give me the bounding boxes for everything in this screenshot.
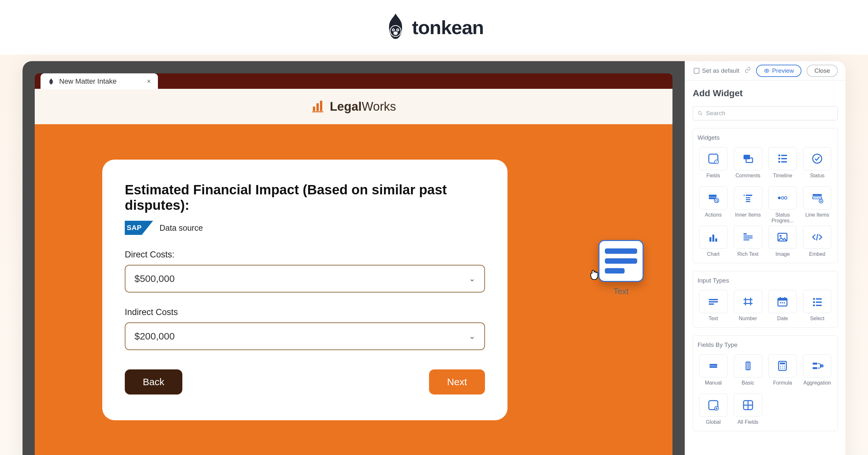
section-fields-by-type: Fields By Type MANUALManual Basic Formul…: [693, 335, 838, 431]
field-formula[interactable]: [768, 354, 797, 377]
svg-rect-60: [709, 301, 718, 302]
svg-rect-74: [816, 305, 822, 306]
svg-rect-63: [778, 298, 787, 301]
set-default-checkbox[interactable]: Set as default: [694, 67, 739, 74]
indirect-costs-select[interactable]: $200,000 ⌄: [125, 323, 485, 350]
field-aggregation[interactable]: [803, 354, 831, 377]
search-icon: [698, 111, 703, 116]
svg-point-37: [744, 195, 745, 196]
svg-rect-10: [316, 103, 319, 111]
link-icon[interactable]: [744, 67, 751, 74]
widget-inner-items[interactable]: [734, 186, 762, 210]
eye-icon: [764, 68, 770, 74]
tab-new-matter-intake[interactable]: New Matter Intake ×: [40, 73, 158, 89]
svg-point-82: [782, 366, 783, 367]
svg-rect-88: [813, 367, 817, 369]
input-number[interactable]: [734, 290, 762, 313]
svg-rect-80: [780, 363, 785, 364]
search-input[interactable]: Search: [693, 106, 838, 120]
svg-point-31: [813, 154, 822, 163]
svg-rect-12: [312, 111, 323, 112]
dragging-text-widget[interactable]: Text: [598, 240, 644, 296]
close-button[interactable]: Close: [807, 65, 838, 77]
widget-comments[interactable]: [734, 147, 762, 170]
svg-line-19: [701, 114, 702, 115]
brand-name: tonkean: [412, 17, 484, 39]
section-label: Fields By Type: [698, 341, 833, 348]
svg-point-85: [782, 368, 783, 369]
widget-chart[interactable]: [699, 225, 727, 249]
preview-button[interactable]: Preview: [756, 65, 802, 77]
svg-rect-39: [746, 197, 750, 198]
svg-point-67: [782, 302, 783, 303]
svg-point-27: [778, 158, 780, 160]
svg-rect-38: [746, 195, 752, 196]
svg-point-17: [766, 70, 768, 71]
svg-point-71: [813, 301, 815, 303]
text-lines-icon: [599, 239, 643, 282]
canvas-inner: New Matter Intake × LegalWorks: [35, 73, 673, 455]
svg-point-25: [778, 154, 780, 156]
svg-point-44: [784, 196, 787, 199]
svg-point-18: [698, 111, 701, 114]
field-manual[interactable]: MANUAL: [699, 354, 727, 377]
widget-fields[interactable]: [699, 147, 727, 170]
svg-point-22: [716, 161, 717, 162]
legal-title: LegalWorks: [330, 100, 396, 114]
input-select[interactable]: [803, 290, 831, 313]
svg-rect-87: [813, 363, 817, 365]
widget-embed[interactable]: [803, 225, 831, 249]
direct-costs-select[interactable]: $500,000 ⌄: [125, 265, 485, 293]
svg-point-68: [784, 302, 785, 303]
svg-point-4: [393, 31, 398, 35]
svg-point-6: [397, 29, 399, 31]
input-date[interactable]: [768, 290, 797, 313]
widget-rich-text[interactable]: [734, 225, 762, 249]
svg-rect-54: [744, 236, 752, 237]
widget-status-progress[interactable]: [768, 186, 797, 210]
tab-title: New Matter Intake: [59, 77, 117, 86]
svg-rect-56: [744, 239, 749, 240]
svg-point-29: [778, 161, 780, 163]
datasource-row: SAP Data source: [125, 221, 485, 235]
builder-stage: New Matter Intake × LegalWorks: [23, 61, 845, 455]
svg-point-84: [780, 368, 781, 369]
field-global[interactable]: [699, 394, 727, 417]
flame-monkey-icon: [384, 13, 407, 42]
input-text[interactable]: [699, 290, 727, 313]
widget-timeline[interactable]: [768, 147, 797, 170]
svg-point-5: [393, 29, 394, 31]
svg-point-42: [778, 196, 780, 199]
svg-rect-45: [813, 194, 822, 196]
svg-rect-70: [816, 298, 822, 300]
field-indirect-costs: Indirect Costs $200,000 ⌄: [125, 307, 485, 350]
svg-text:ACTIONS: ACTIONS: [709, 196, 717, 198]
field-all-fields[interactable]: [734, 394, 762, 417]
svg-rect-30: [781, 161, 787, 162]
field-label: Indirect Costs: [125, 307, 485, 317]
brand-header: tonkean: [0, 0, 868, 55]
svg-point-69: [813, 298, 815, 300]
widget-line-items[interactable]: [803, 186, 831, 210]
bar-chart-icon: [311, 99, 325, 114]
sidebar-toolbar: Set as default Preview Close: [685, 61, 845, 81]
svg-rect-61: [709, 303, 714, 305]
chevron-down-icon: ⌄: [469, 332, 475, 341]
close-icon[interactable]: ×: [147, 77, 151, 86]
section-input-types: Input Types Text Number Date Select: [693, 271, 838, 328]
card-title: Estimated Financial Impact (Based on sim…: [125, 182, 485, 213]
next-button[interactable]: Next: [429, 369, 485, 395]
svg-rect-26: [781, 155, 787, 156]
add-widget-sidebar: Set as default Preview Close Add Widget …: [685, 61, 845, 455]
back-button[interactable]: Back: [125, 369, 182, 395]
field-basic[interactable]: [734, 354, 762, 377]
widget-image[interactable]: [768, 225, 797, 249]
svg-rect-41: [746, 201, 750, 202]
sidebar-title: Add Widget: [693, 88, 838, 98]
orange-panel: Estimated Financial Impact (Based on sim…: [35, 124, 673, 455]
widget-status[interactable]: [803, 147, 831, 170]
svg-rect-23: [744, 155, 750, 159]
widget-actions[interactable]: ACTIONS: [699, 186, 727, 210]
svg-rect-59: [709, 299, 718, 300]
flame-icon: [48, 78, 55, 85]
